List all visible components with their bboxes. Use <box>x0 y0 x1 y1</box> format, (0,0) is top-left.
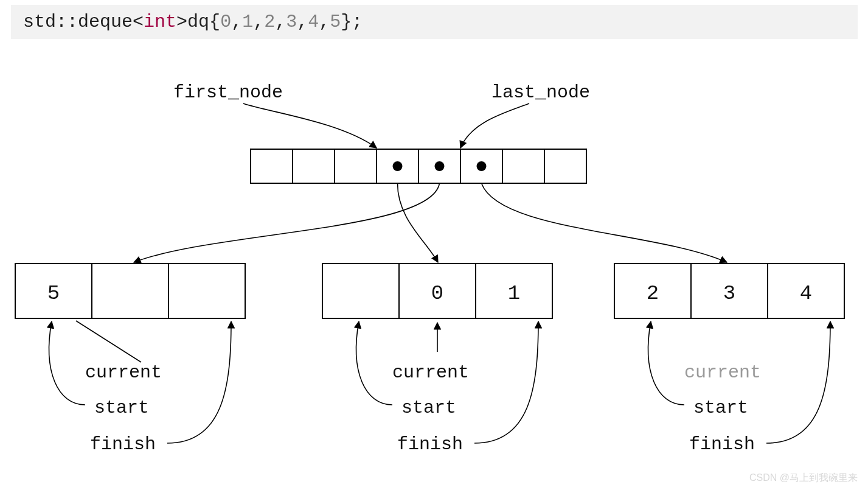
deque-diagram: first_node last_node 5 current start fin… <box>0 0 868 487</box>
first-node-arrow <box>243 103 377 148</box>
last-node-label: last_node <box>491 82 590 103</box>
finish-label: finish <box>90 434 156 455</box>
cell-value: 2 <box>647 282 659 305</box>
map-array <box>251 149 586 183</box>
finish-arrow-left <box>167 321 231 443</box>
map-node-dot <box>393 161 403 171</box>
current-label: current <box>392 362 469 383</box>
last-node-arrow <box>460 103 529 148</box>
start-label: start <box>401 398 456 418</box>
chunk-middle: 0 1 <box>322 264 552 318</box>
start-arrow-left <box>49 321 85 405</box>
finish-label: finish <box>397 434 463 455</box>
map-node-dot <box>435 161 445 171</box>
map-to-left-arrow <box>134 183 440 262</box>
current-label-gray: current <box>684 362 761 383</box>
chunk-right: 2 3 4 <box>614 264 844 318</box>
cell-value: 4 <box>800 282 812 305</box>
start-arrow-right <box>648 321 684 405</box>
start-label: start <box>693 398 748 418</box>
current-line-left <box>76 321 141 362</box>
finish-label: finish <box>689 434 755 455</box>
cell-value: 0 <box>431 282 443 305</box>
start-arrow-middle <box>356 321 392 405</box>
watermark: CSDN @马上到我碗里来 <box>749 472 858 483</box>
chunk-left: 5 <box>15 264 245 318</box>
cell-value: 3 <box>723 282 735 305</box>
first-node-label: first_node <box>173 82 283 103</box>
map-node-dot <box>477 161 487 171</box>
cell-value: 1 <box>508 282 520 305</box>
start-label: start <box>94 398 149 418</box>
finish-arrow-middle <box>474 321 538 443</box>
cell-value: 5 <box>47 282 60 305</box>
map-to-right-arrow <box>482 183 727 262</box>
finish-arrow-right <box>766 321 830 443</box>
current-label: current <box>85 362 162 383</box>
